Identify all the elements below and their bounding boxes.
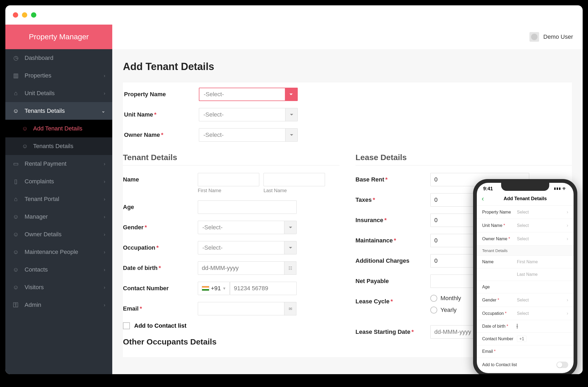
window-close-icon[interactable] [13,12,18,18]
nav-tenant-portal[interactable]: ⌂Tenant Portal› [5,190,112,208]
gauge-icon: ◷ [12,55,19,61]
nav-complaints[interactable]: ▯Complaints› [5,173,112,190]
phone-row-owner-name[interactable]: Owner Name*Select› [477,232,574,246]
select-occupation[interactable]: -Select- [198,241,297,254]
checkbox-add-to-contacts[interactable] [123,322,130,329]
input-last-name[interactable] [264,173,325,186]
people-icon: ☺ [21,143,28,150]
phone-mockup: 9:41 ▮▮▮ ᯤ ‹ Add Tenant Details Property… [473,179,577,374]
calendar-icon [517,324,517,329]
label-insurance: Insurance* [355,214,422,224]
chevron-right-icon: › [104,161,105,167]
nav-label: Maintenance People [25,249,78,256]
chevron-right-icon: › [567,297,568,303]
chevron-right-icon: › [567,311,568,316]
calendar-icon[interactable]: ☷ [284,261,296,275]
nav-unit-details[interactable]: ⌂Unit Details› [5,84,112,102]
door-icon: ⌂ [12,196,19,203]
label-lease-cycle: Lease Cycle* [355,295,422,305]
nav-properties[interactable]: ▥Properties› [5,67,112,84]
label-owner-name: Owner Name* [124,131,191,138]
chevron-down-icon: ⌄ [101,108,105,114]
input-phone[interactable] [230,282,297,295]
select-unit-name[interactable]: -Select- [199,108,298,121]
window-minimize-icon[interactable] [22,12,27,18]
nav-label: Visitors [25,284,44,291]
nav-maintenance-people[interactable]: ☺Maintenance People› [5,243,112,261]
manager-icon: ☺ [12,213,19,220]
nav-dashboard[interactable]: ◷Dashboard [5,49,112,67]
section-lease-details: Lease Details [355,150,572,165]
phone-row-email[interactable]: Email* [477,345,574,358]
toggle-add-to-contacts[interactable] [556,362,568,368]
nav-visitors[interactable]: ☺Visitors› [5,278,112,296]
avatar[interactable] [529,32,539,42]
nav-manager[interactable]: ☺Manager› [5,208,112,226]
nav-admin[interactable]: ⚿Admin› [5,296,112,314]
app-window: Property Manager ◷Dashboard ▥Properties›… [5,5,583,374]
chevron-right-icon: › [567,236,568,242]
phone-row-property-name[interactable]: Property NameSelect› [477,206,574,219]
chevron-right-icon: › [104,285,105,290]
chevron-right-icon: › [104,232,105,237]
label-base-rent: Base Rent* [355,173,422,183]
phone-title: Add Tenant Details [504,196,547,202]
nav-owner-details[interactable]: ☺Owner Details› [5,226,112,243]
nav-label: Unit Details [25,90,55,97]
input-age[interactable] [198,200,297,214]
label-age: Age [123,200,190,211]
nav-label: Tenants Details [33,143,73,150]
window-maximize-icon[interactable] [31,12,36,18]
lock-icon: ⚿ [12,301,19,308]
nav-label: Properties [25,72,51,79]
phone-row-gender[interactable]: Gender*Select› [477,293,574,307]
nav-label: Manager [25,213,48,220]
select-gender[interactable]: -Select- [198,221,297,234]
phone-row-age[interactable]: Age [477,281,574,293]
dropdown-icon [285,129,297,141]
label-net-payable: Net Payable [355,274,422,285]
phone-row-unit-name[interactable]: Unit Name*Select› [477,219,574,232]
nav-label: Complaints [25,178,54,185]
label-unit-name: Unit Name* [124,111,191,118]
user-name: Demo User [543,33,573,40]
chevron-right-icon: › [104,214,105,220]
phone-row-name-last[interactable]: Last Name [477,268,574,281]
nav-label: Tenant Portal [25,196,59,203]
wrench-icon: ☺ [12,249,19,256]
nav-tenants-details[interactable]: ☺Tenants Details⌄ [5,102,112,120]
nav-label: Admin [25,301,41,308]
phone-signal-icon: ▮▮▮ ᯤ [554,186,567,192]
nav-contacts[interactable]: ☺Contacts› [5,261,112,278]
subnav-add-tenant[interactable]: ☺Add Tenant Details [5,120,112,137]
phone-row-dob[interactable]: Date of birth* [477,320,574,333]
nav-label: Rental Payment [25,160,67,167]
chevron-right-icon: › [567,209,568,215]
select-property-name[interactable]: -Select- [199,88,298,101]
mail-icon[interactable]: ✉ [284,302,296,315]
label-dob: Date of birth* [123,261,190,272]
chevron-right-icon: › [104,196,105,202]
phone-back-icon[interactable]: ‹ [482,195,484,203]
select-owner-name[interactable]: -Select- [199,128,298,142]
nav-label: Dashboard [25,55,53,61]
label-gender: Gender* [123,221,190,231]
building-icon: ▥ [12,72,19,79]
input-email[interactable] [198,302,284,315]
input-dob[interactable] [198,261,284,275]
label-additional: Additional Charges [355,254,422,264]
phone-row-contact[interactable]: Contact Number+1 [477,333,574,345]
nav-label: Add Tenant Details [33,125,82,132]
phone-row-add-to-contacts[interactable]: Add to Contact list [477,358,574,372]
phone-row-occupation[interactable]: Occupation*Select› [477,307,574,320]
dropdown-icon [284,221,296,234]
select-value: -Select- [203,111,224,118]
dial-code-select[interactable]: +91▼ [198,282,230,295]
input-first-name[interactable] [198,173,259,186]
hint-last-name: Last Name [264,188,325,194]
chevron-right-icon: › [104,249,105,255]
section-other-occupants: Other Occupants Details [123,337,339,346]
subnav-tenants-details[interactable]: ☺Tenants Details [5,137,112,155]
nav-rental-payment[interactable]: ▭Rental Payment› [5,155,112,173]
phone-row-name-first[interactable]: NameFirst Name [477,256,574,268]
